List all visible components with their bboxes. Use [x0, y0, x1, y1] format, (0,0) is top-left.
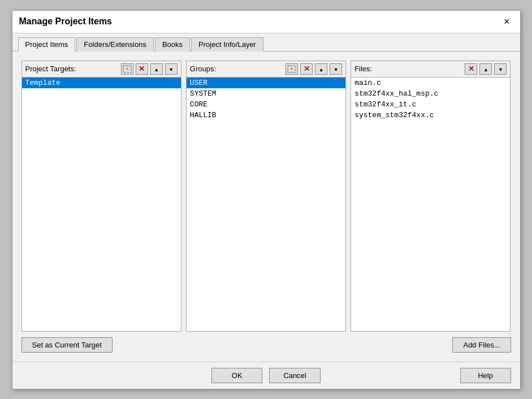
targets-down-button[interactable] — [165, 63, 178, 75]
files-up-button[interactable] — [479, 63, 492, 75]
list-item[interactable]: Template — [22, 78, 181, 88]
svg-text:+: + — [291, 66, 293, 72]
targets-delete-button[interactable]: ✕ — [136, 63, 148, 75]
targets-list[interactable]: Template — [22, 78, 181, 331]
delete-target-icon: ✕ — [139, 65, 145, 73]
groups-panel: Groups: + ✕ — [186, 61, 346, 332]
files-down-button[interactable] — [494, 63, 507, 75]
groups-header: Groups: + ✕ — [187, 61, 345, 78]
dialog-title: Manage Project Items — [19, 16, 113, 27]
bottom-buttons-row: Set as Current Target Add Files... — [21, 337, 511, 353]
files-list[interactable]: main.c stm32f4xx_hal_msp.c stm32f4xx_it.… — [351, 78, 510, 331]
list-item[interactable]: stm32f4xx_hal_msp.c — [351, 88, 510, 99]
footer: OK Cancel Help — [12, 362, 520, 389]
up-group-icon — [319, 66, 324, 72]
project-targets-panel: Project Targets: + ✕ — [21, 61, 181, 332]
list-item[interactable]: HALLIB — [187, 110, 345, 121]
manage-project-items-dialog: Manage Project Items × Project Items Fol… — [12, 10, 521, 389]
groups-up-button[interactable] — [315, 63, 327, 75]
svg-text:+: + — [126, 66, 128, 72]
content-area: Project Targets: + ✕ — [12, 52, 520, 362]
set-current-target-button[interactable]: Set as Current Target — [21, 337, 113, 353]
targets-up-button[interactable] — [150, 63, 163, 75]
delete-group-icon: ✕ — [304, 65, 310, 73]
files-label: Files: — [354, 65, 462, 73]
targets-new-button[interactable]: + — [121, 63, 133, 75]
list-item[interactable]: stm32f4xx_it.c — [351, 99, 510, 110]
targets-header: Project Targets: + ✕ — [22, 61, 181, 78]
groups-down-button[interactable] — [330, 63, 342, 75]
add-files-button[interactable]: Add Files... — [452, 337, 511, 353]
up-file-icon — [483, 66, 488, 72]
list-item[interactable]: CORE — [187, 99, 345, 110]
tab-books[interactable]: Books — [155, 37, 190, 52]
cancel-button[interactable]: Cancel — [269, 368, 320, 383]
list-item[interactable]: SYSTEM — [187, 88, 345, 99]
new-group-icon: + — [287, 65, 296, 73]
close-button[interactable]: × — [500, 15, 513, 28]
files-panel: Files: ✕ main.c stm32f4xx_hal_msp.c stm3… — [351, 61, 511, 332]
tab-project-items[interactable]: Project Items — [18, 37, 76, 52]
down-target-icon — [168, 66, 174, 72]
help-button[interactable]: Help — [460, 368, 511, 383]
groups-new-button[interactable]: + — [286, 63, 298, 75]
footer-inner: OK Cancel Help — [21, 368, 511, 383]
tabs-bar: Project Items Folders/Extensions Books P… — [12, 33, 520, 52]
list-item[interactable]: main.c — [351, 78, 510, 88]
files-delete-button[interactable]: ✕ — [465, 63, 477, 75]
tab-project-info-layer[interactable]: Project Info/Layer — [191, 37, 263, 52]
list-item[interactable]: system_stm32f4xx.c — [351, 110, 510, 121]
delete-file-icon: ✕ — [468, 65, 474, 73]
up-target-icon — [154, 66, 159, 72]
title-bar: Manage Project Items × — [12, 11, 520, 33]
groups-label: Groups: — [190, 65, 283, 73]
list-item[interactable]: USER — [187, 78, 345, 88]
groups-list[interactable]: USER SYSTEM CORE HALLIB — [187, 78, 345, 331]
tab-folders-extensions[interactable]: Folders/Extensions — [76, 37, 154, 52]
files-header: Files: ✕ — [351, 61, 510, 78]
down-group-icon — [334, 66, 339, 72]
new-target-icon: + — [123, 65, 132, 73]
groups-delete-button[interactable]: ✕ — [300, 63, 313, 75]
ok-button[interactable]: OK — [211, 368, 262, 383]
panels-row: Project Targets: + ✕ — [21, 61, 511, 332]
targets-label: Project Targets: — [25, 65, 119, 73]
down-file-icon — [498, 66, 503, 72]
